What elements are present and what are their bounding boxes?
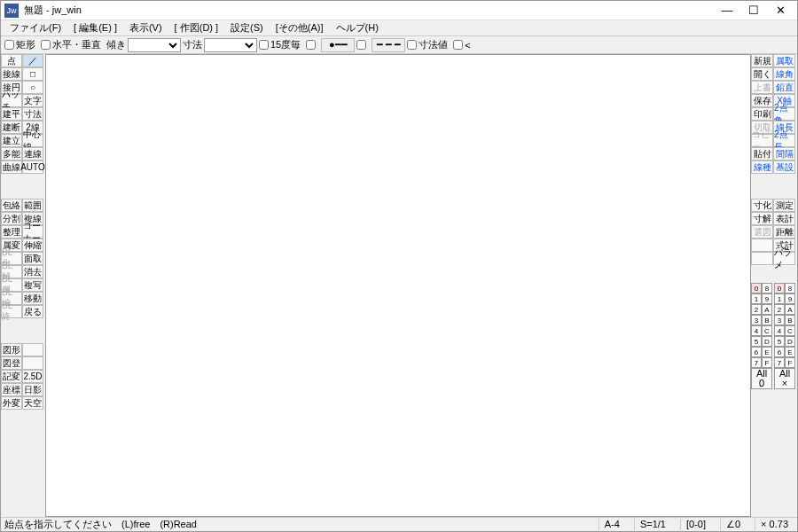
- layer-all-1[interactable]: All×: [774, 368, 795, 389]
- tool-記変[interactable]: 記変: [1, 370, 22, 383]
- tool-寸法[interactable]: 寸法: [22, 107, 43, 121]
- tool-中心線[interactable]: 中心線: [22, 134, 43, 147]
- slope-combo[interactable]: [128, 38, 181, 52]
- layer-0-E[interactable]: E: [762, 347, 772, 357]
- tool-接線[interactable]: 接線: [1, 67, 22, 81]
- tool-点[interactable]: 点: [1, 54, 22, 67]
- tool-パラメ[interactable]: パラメ: [773, 252, 795, 265]
- tool-□[interactable]: □: [22, 67, 43, 81]
- menu-file[interactable]: ファイル(F): [4, 20, 66, 35]
- layer-0-1[interactable]: 1: [751, 293, 762, 304]
- status-angle[interactable]: ∠0: [720, 519, 746, 530]
- tool-複写[interactable]: 複写: [22, 278, 43, 292]
- deg15-checkbox[interactable]: [259, 40, 269, 50]
- tool-座標[interactable]: 座標: [1, 383, 22, 396]
- layer-1-5[interactable]: 5: [774, 336, 785, 347]
- layer-0-5[interactable]: 5: [751, 336, 762, 347]
- status-scale[interactable]: S=1/1: [634, 519, 671, 530]
- layer-1-2[interactable]: 2: [774, 304, 785, 315]
- tool-印刷[interactable]: 印刷: [751, 107, 773, 121]
- status-paper[interactable]: A-4: [598, 519, 625, 530]
- endpoint1-button[interactable]: ●━━: [321, 38, 355, 52]
- tool-2点角[interactable]: 2点角: [773, 107, 795, 121]
- layer-1-9[interactable]: 9: [785, 293, 795, 304]
- layer-1-0[interactable]: 0: [774, 283, 785, 293]
- layer-1-D[interactable]: D: [785, 336, 795, 347]
- tool-ハッチ[interactable]: ハッチ: [1, 94, 22, 107]
- layer-0-2[interactable]: 2: [751, 304, 762, 315]
- menu-edit[interactable]: [ 編集(E) ]: [68, 20, 122, 35]
- tool-図登[interactable]: 図登: [1, 356, 22, 370]
- lt-checkbox[interactable]: [453, 40, 463, 50]
- layer-1-3[interactable]: 3: [774, 315, 785, 325]
- tool-日影[interactable]: 日影: [22, 383, 43, 396]
- layer-1-4[interactable]: 4: [774, 325, 785, 336]
- layer-0-0[interactable]: 0: [751, 283, 762, 293]
- tool-AUTO[interactable]: AUTO: [22, 160, 43, 174]
- layer-1-C[interactable]: C: [785, 325, 795, 336]
- tool-選図[interactable]: 選図: [751, 225, 773, 239]
- tool-2点長[interactable]: 2点長: [773, 134, 795, 147]
- menu-help[interactable]: ヘルプ(H): [331, 20, 384, 35]
- layer-0-A[interactable]: A: [762, 304, 772, 315]
- tool-曲線[interactable]: 曲線: [1, 160, 22, 174]
- tool-測定[interactable]: 測定: [773, 199, 795, 212]
- tool-コピー[interactable]: コピー: [751, 134, 773, 147]
- tool-整理[interactable]: 整理: [1, 225, 22, 239]
- tool-分割[interactable]: 分割: [1, 212, 22, 225]
- layer-0-7[interactable]: 7: [751, 357, 762, 368]
- tool-寸解[interactable]: 寸解: [751, 212, 773, 225]
- tool-寸化[interactable]: 寸化: [751, 199, 773, 212]
- layer-0-4[interactable]: 4: [751, 325, 762, 336]
- tool-多能[interactable]: 多能: [1, 147, 22, 160]
- layer-0-3[interactable]: 3: [751, 315, 762, 325]
- end2-checkbox[interactable]: [356, 40, 366, 50]
- tool-建断[interactable]: 建断: [1, 121, 22, 134]
- tool-建平[interactable]: 建平: [1, 107, 22, 121]
- tool-移動[interactable]: 移動: [22, 292, 43, 305]
- tool-面取[interactable]: 面取: [22, 252, 43, 265]
- tool-文字[interactable]: 文字: [22, 94, 43, 107]
- tool-表計[interactable]: 表計: [773, 212, 795, 225]
- menu-other[interactable]: [その他(A)]: [270, 20, 329, 35]
- layer-1-A[interactable]: A: [785, 304, 795, 315]
- tool-距離[interactable]: 距離: [773, 225, 795, 239]
- layer-0-D[interactable]: D: [762, 336, 772, 347]
- layer-1-B[interactable]: B: [785, 315, 795, 325]
- tool-属取[interactable]: 属取: [773, 54, 795, 67]
- drawing-canvas[interactable]: [45, 54, 751, 517]
- dimval-checkbox[interactable]: [407, 40, 417, 50]
- menu-draw[interactable]: [ 作図(D) ]: [169, 20, 224, 35]
- tool-／[interactable]: ／: [22, 54, 43, 67]
- endpoint2-button[interactable]: ━ ━ ━: [372, 38, 405, 52]
- tool-2.5D[interactable]: 2.5D: [22, 370, 43, 383]
- tool-外変[interactable]: 外変: [1, 396, 22, 410]
- layer-1-8[interactable]: 8: [785, 283, 795, 293]
- tool-コーナー[interactable]: コーナー: [22, 225, 43, 239]
- tool-開く[interactable]: 開く: [751, 67, 773, 81]
- layer-1-1[interactable]: 1: [774, 293, 785, 304]
- layer-1-7[interactable]: 7: [774, 357, 785, 368]
- dim-combo[interactable]: [204, 38, 257, 52]
- layer-0-C[interactable]: C: [762, 325, 772, 336]
- tool-包絡[interactable]: 包絡: [1, 199, 22, 212]
- tool-連線[interactable]: 連線: [22, 147, 43, 160]
- layer-1-6[interactable]: 6: [774, 347, 785, 357]
- hv-checkbox[interactable]: [41, 40, 51, 50]
- rect-checkbox[interactable]: [4, 40, 14, 50]
- tool-○[interactable]: ○: [22, 81, 43, 94]
- layer-0-6[interactable]: 6: [751, 347, 762, 357]
- tool-貼付[interactable]: 貼付: [751, 147, 773, 160]
- layer-0-F[interactable]: F: [762, 357, 772, 368]
- layer-0-8[interactable]: 8: [762, 283, 772, 293]
- end1-checkbox[interactable]: [306, 40, 316, 50]
- tool-線角[interactable]: 線角: [773, 67, 795, 81]
- menu-view[interactable]: 表示(V): [124, 20, 168, 35]
- tool-伸縮[interactable]: 伸縮: [22, 239, 43, 252]
- close-button[interactable]: ✕: [767, 2, 794, 20]
- tool-範囲[interactable]: 範囲: [22, 199, 43, 212]
- layer-1-E[interactable]: E: [785, 347, 795, 357]
- minimize-button[interactable]: —: [714, 2, 740, 20]
- status-layer[interactable]: [0-0]: [680, 519, 711, 530]
- tool-保存[interactable]: 保存: [751, 94, 773, 107]
